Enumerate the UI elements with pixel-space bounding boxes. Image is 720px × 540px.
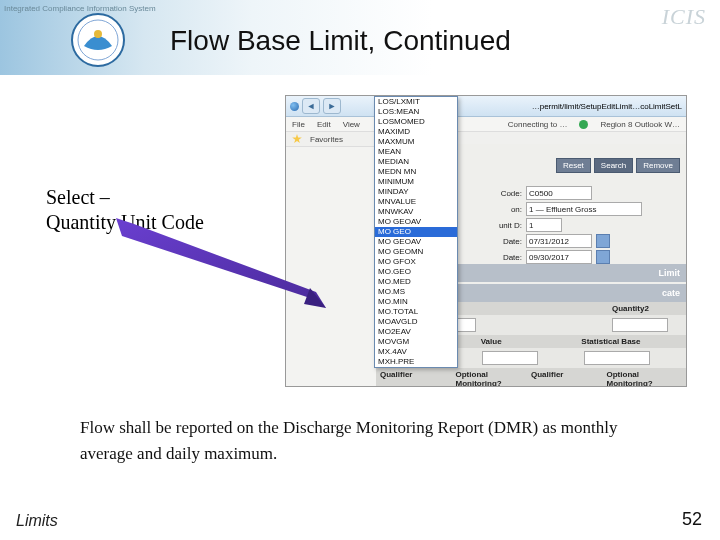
desc-input[interactable]: 1 — Effluent Gross [526,202,642,216]
dropdown-option[interactable]: MEDN MN [375,167,457,177]
app-screenshot: ◄ ► …permit/limit/SetupEditLimit…coLimit… [285,95,687,387]
action-buttons: Reset Search Remove [556,158,680,173]
col-qualifier-2: Qualifier [531,370,607,387]
calendar-icon[interactable] [596,234,610,248]
callout-text: Select – Quantity Unit Code [46,185,204,235]
quantity2-input[interactable] [612,318,668,332]
startdate-label: Date: [478,237,522,246]
grid-header-3: Qualifier Optional Monitoring? Qualifier… [376,368,686,387]
dropdown-option[interactable]: MEDIAN [375,157,457,167]
dropdown-option[interactable]: LOS:MEAN [375,107,457,117]
dropdown-option[interactable]: MO.GEO [375,267,457,277]
section-bar-1-right: Limit [659,268,681,278]
favorites-star-icon [292,134,302,144]
value-input-2[interactable] [482,351,538,365]
dropdown-option[interactable]: MO GFOX [375,257,457,267]
dropdown-option[interactable]: MNVALUE [375,197,457,207]
code-input[interactable]: C0500 [526,186,592,200]
col-optmon-2: Optional Monitoring? [607,370,683,387]
unit-label: unit D: [478,221,522,230]
dropdown-option[interactable]: MO.MED [375,277,457,287]
menu-file[interactable]: File [292,120,305,129]
dropdown-option[interactable]: MINDAY [375,187,457,197]
svg-point-2 [94,30,102,38]
url-fragment: …permit/limit/SetupEditLimit…coLimitSetL [532,102,682,111]
calendar-icon-2[interactable] [596,250,610,264]
dropdown-option[interactable]: MOAVGLD [375,317,457,327]
enddate-label: Date: [478,253,522,262]
menu-view[interactable]: View [343,120,360,129]
dropdown-option[interactable]: MO GEOMN [375,247,457,257]
section-bar-2-right: cate [662,288,680,298]
dmr-note: Flow shall be reported on the Discharge … [80,415,660,466]
dropdown-option[interactable]: MO GEO [375,227,457,237]
quantity-unit-dropdown[interactable]: LOS/LXMITLOS:MEANLOSMOMEDMAXIMDMAXMUMMEA… [374,96,458,368]
search-button[interactable]: Search [594,158,633,173]
agency-seal-icon [70,12,126,68]
dropdown-option[interactable]: MO GEOAV [375,217,457,227]
dropdown-option[interactable]: MO.TOTAL [375,307,457,317]
footer-left: Limits [16,512,58,530]
dropdown-option[interactable]: MO.MIN [375,297,457,307]
col-quantity2: Quantity2 [612,304,682,313]
statbase-input[interactable] [584,351,650,365]
form-fields: Code: C0500 on: 1 — Effluent Gross unit … [478,184,678,266]
unit-input[interactable]: 1 [526,218,562,232]
browser-icon [290,102,299,111]
status-icon [579,120,588,129]
dropdown-option[interactable]: MOVGM [375,337,457,347]
browser-menu-bar: File Edit View Connecting to … Region 8 … [286,117,686,132]
reset-button[interactable]: Reset [556,158,591,173]
dropdown-option[interactable]: MO GEOAV [375,237,457,247]
footer-right: 52 [682,509,702,530]
startdate-input[interactable]: 07/31/2012 [526,234,592,248]
col-qualifier: Qualifier [380,370,456,387]
code-label: Code: [478,189,522,198]
col-value-2: Value [481,337,582,346]
page-title: Flow Base Limit, Continued [170,25,511,57]
enddate-input[interactable]: 09/30/2017 [526,250,592,264]
watermark: ICIS [662,4,706,30]
dropdown-option[interactable]: MAXIMD [375,127,457,137]
favorites-label[interactable]: Favorites [310,135,343,144]
dropdown-option[interactable]: LOS/LXMIT [375,97,457,107]
dropdown-option[interactable]: MEAN [375,147,457,157]
status-text: Connecting to … [508,120,568,129]
callout-line2: Quantity Unit Code [46,211,204,233]
dropdown-option[interactable]: MNWKAV [375,207,457,217]
back-button[interactable]: ◄ [302,98,320,114]
dropdown-option[interactable]: MINIMUM [375,177,457,187]
dropdown-option[interactable]: MXH.PRE [375,357,457,367]
remove-button[interactable]: Remove [636,158,680,173]
callout-line1: Select – [46,186,110,208]
dropdown-option[interactable]: LOSMOMED [375,117,457,127]
connect-target: Region 8 Outlook W… [600,120,680,129]
dropdown-option[interactable]: MX.4AV [375,347,457,357]
col-stat-base: Statistical Base [581,337,682,346]
dropdown-option[interactable]: MO.MS [375,287,457,297]
dropdown-option[interactable]: MAXMUM [375,137,457,147]
menu-edit[interactable]: Edit [317,120,331,129]
forward-button[interactable]: ► [323,98,341,114]
dropdown-option[interactable]: MO2EAV [375,327,457,337]
browser-nav-bar: ◄ ► …permit/limit/SetupEditLimit…coLimit… [286,96,686,117]
desc-label: on: [478,205,522,214]
col-optmon-1: Optional Monitoring? [456,370,532,387]
